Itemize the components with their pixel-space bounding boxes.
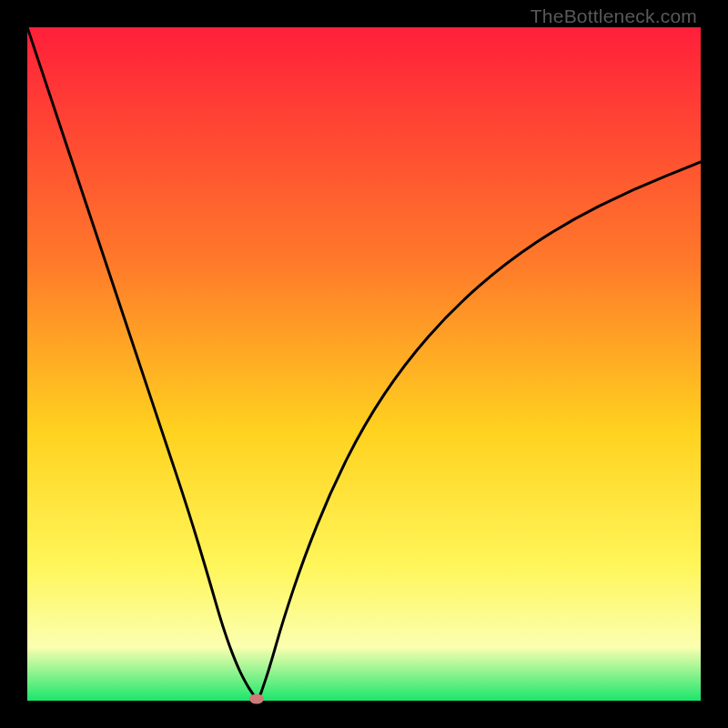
plot-area xyxy=(27,27,701,701)
optimum-marker xyxy=(249,693,264,703)
bottleneck-curve xyxy=(27,27,701,701)
watermark-text: TheBottleneck.com xyxy=(531,5,697,27)
